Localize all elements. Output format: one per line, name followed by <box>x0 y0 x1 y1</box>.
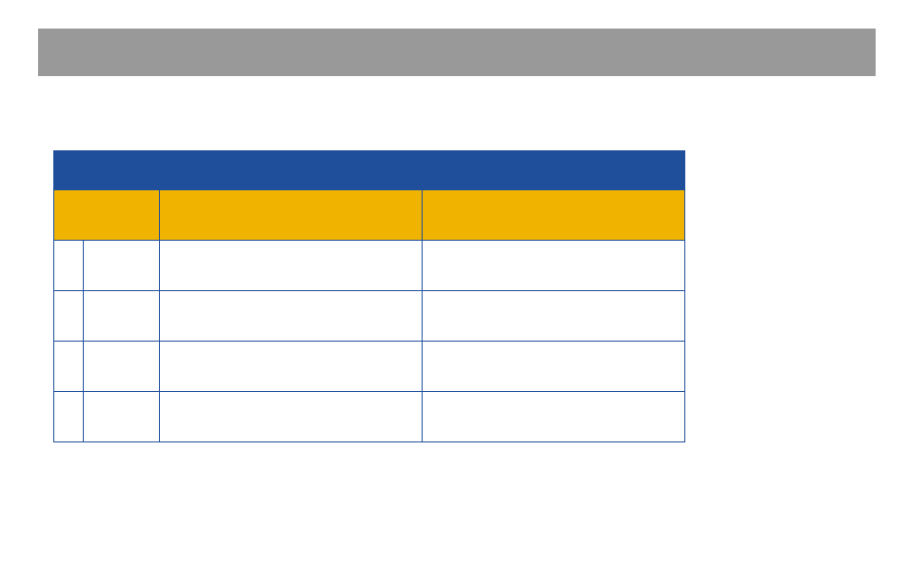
table-title-row <box>54 151 685 190</box>
table-header-col1 <box>54 190 160 241</box>
table-header-col3 <box>422 190 684 241</box>
table-cell <box>54 291 84 342</box>
table-cell <box>159 291 422 342</box>
table-row <box>54 342 685 392</box>
table-cell <box>159 342 422 392</box>
table-cell <box>159 392 422 442</box>
table-cell <box>422 241 684 291</box>
table-cell <box>84 291 159 342</box>
table-cell <box>159 241 422 291</box>
table-row <box>54 291 685 342</box>
table-cell <box>84 241 159 291</box>
table-cell <box>422 342 684 392</box>
table-cell <box>54 342 84 392</box>
table-cell <box>54 392 84 442</box>
table-cell <box>84 342 159 392</box>
data-table-container <box>53 150 685 442</box>
table-row <box>54 392 685 442</box>
table-cell <box>422 291 684 342</box>
table-title-cell <box>54 151 685 190</box>
table-row <box>54 241 685 291</box>
page <box>0 0 908 588</box>
table-cell <box>54 241 84 291</box>
table-cell <box>84 392 159 442</box>
header-banner <box>38 29 876 76</box>
table-cell <box>422 392 684 442</box>
table-header-col2 <box>159 190 422 241</box>
data-table <box>53 150 685 442</box>
table-header-row <box>54 190 685 241</box>
